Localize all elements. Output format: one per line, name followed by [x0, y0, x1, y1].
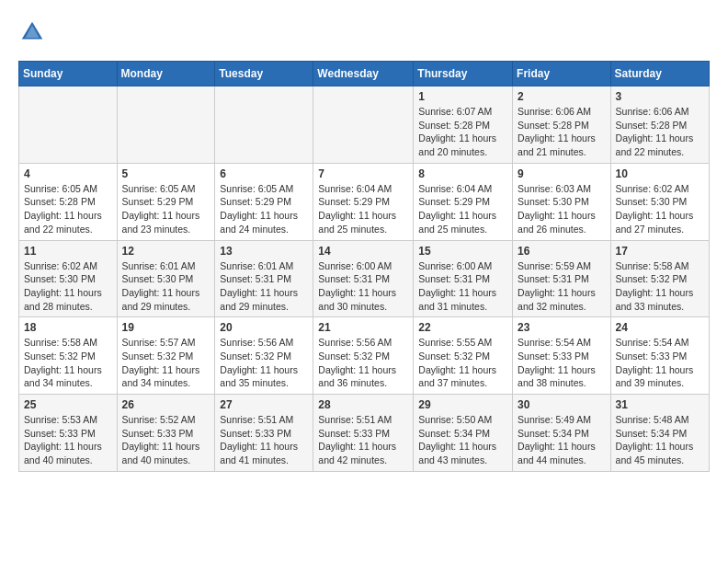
day-number: 23	[518, 321, 606, 334]
day-number: 14	[318, 245, 408, 258]
col-header-monday: Monday	[117, 62, 215, 86]
week-row-2: 4Sunrise: 6:05 AM Sunset: 5:28 PM Daylig…	[19, 163, 710, 240]
day-number: 19	[122, 321, 210, 334]
calendar-cell: 10Sunrise: 6:02 AM Sunset: 5:30 PM Dayli…	[610, 163, 709, 240]
day-info: Sunrise: 6:06 AM Sunset: 5:28 PM Dayligh…	[616, 105, 704, 159]
day-number: 21	[318, 321, 408, 334]
day-number: 7	[318, 167, 408, 180]
day-info: Sunrise: 6:03 AM Sunset: 5:30 PM Dayligh…	[518, 182, 606, 236]
day-info: Sunrise: 6:02 AM Sunset: 5:30 PM Dayligh…	[616, 182, 704, 236]
calendar-cell: 19Sunrise: 5:57 AM Sunset: 5:32 PM Dayli…	[117, 317, 215, 395]
col-header-friday: Friday	[513, 62, 611, 86]
day-number: 25	[24, 398, 112, 411]
day-info: Sunrise: 5:54 AM Sunset: 5:33 PM Dayligh…	[616, 336, 704, 390]
calendar-cell: 25Sunrise: 5:53 AM Sunset: 5:33 PM Dayli…	[19, 395, 118, 472]
day-info: Sunrise: 5:49 AM Sunset: 5:34 PM Dayligh…	[518, 413, 606, 467]
day-number: 18	[24, 321, 112, 334]
calendar-cell: 9Sunrise: 6:03 AM Sunset: 5:30 PM Daylig…	[513, 163, 611, 240]
day-info: Sunrise: 6:00 AM Sunset: 5:31 PM Dayligh…	[318, 259, 408, 314]
day-number: 5	[122, 167, 210, 180]
day-number: 6	[220, 167, 308, 180]
calendar-cell: 13Sunrise: 6:01 AM Sunset: 5:31 PM Dayli…	[215, 240, 313, 317]
calendar-cell: 4Sunrise: 6:05 AM Sunset: 5:28 PM Daylig…	[19, 163, 118, 240]
week-row-3: 11Sunrise: 6:02 AM Sunset: 5:30 PM Dayli…	[19, 240, 710, 317]
day-number: 29	[418, 398, 507, 411]
calendar-cell	[215, 86, 313, 164]
day-number: 3	[616, 90, 704, 103]
day-info: Sunrise: 5:58 AM Sunset: 5:32 PM Dayligh…	[616, 259, 704, 314]
calendar-cell: 15Sunrise: 6:00 AM Sunset: 5:31 PM Dayli…	[414, 240, 513, 317]
day-info: Sunrise: 5:56 AM Sunset: 5:32 PM Dayligh…	[220, 336, 308, 390]
calendar-cell	[313, 86, 414, 164]
day-number: 2	[518, 90, 606, 103]
calendar-cell: 8Sunrise: 6:04 AM Sunset: 5:29 PM Daylig…	[414, 163, 513, 240]
day-number: 16	[518, 245, 606, 258]
day-info: Sunrise: 5:51 AM Sunset: 5:33 PM Dayligh…	[318, 413, 408, 467]
day-info: Sunrise: 5:56 AM Sunset: 5:32 PM Dayligh…	[318, 336, 408, 390]
calendar-cell: 18Sunrise: 5:58 AM Sunset: 5:32 PM Dayli…	[19, 317, 118, 395]
calendar-cell: 21Sunrise: 5:56 AM Sunset: 5:32 PM Dayli…	[313, 317, 414, 395]
day-info: Sunrise: 5:55 AM Sunset: 5:32 PM Dayligh…	[418, 336, 507, 390]
col-header-sunday: Sunday	[19, 62, 118, 86]
calendar-cell: 24Sunrise: 5:54 AM Sunset: 5:33 PM Dayli…	[610, 317, 709, 395]
calendar-cell: 30Sunrise: 5:49 AM Sunset: 5:34 PM Dayli…	[513, 395, 611, 472]
day-number: 28	[318, 398, 408, 411]
day-number: 8	[418, 167, 507, 180]
calendar-cell	[117, 86, 215, 164]
day-number: 30	[518, 398, 606, 411]
day-number: 12	[122, 245, 210, 258]
week-row-4: 18Sunrise: 5:58 AM Sunset: 5:32 PM Dayli…	[19, 317, 710, 395]
day-info: Sunrise: 5:59 AM Sunset: 5:31 PM Dayligh…	[518, 259, 606, 314]
calendar-cell: 14Sunrise: 6:00 AM Sunset: 5:31 PM Dayli…	[313, 240, 414, 317]
calendar-cell: 5Sunrise: 6:05 AM Sunset: 5:29 PM Daylig…	[117, 163, 215, 240]
day-info: Sunrise: 6:05 AM Sunset: 5:28 PM Dayligh…	[24, 182, 112, 236]
calendar-cell: 11Sunrise: 6:02 AM Sunset: 5:30 PM Dayli…	[19, 240, 118, 317]
col-header-tuesday: Tuesday	[215, 62, 313, 86]
day-number: 31	[616, 398, 704, 411]
calendar-cell: 29Sunrise: 5:50 AM Sunset: 5:34 PM Dayli…	[414, 395, 513, 472]
day-number: 1	[418, 90, 507, 103]
day-info: Sunrise: 5:53 AM Sunset: 5:33 PM Dayligh…	[24, 413, 112, 467]
day-info: Sunrise: 5:50 AM Sunset: 5:34 PM Dayligh…	[418, 413, 507, 467]
calendar-cell	[19, 86, 118, 164]
calendar-cell: 17Sunrise: 5:58 AM Sunset: 5:32 PM Dayli…	[610, 240, 709, 317]
day-info: Sunrise: 6:01 AM Sunset: 5:31 PM Dayligh…	[220, 259, 308, 314]
day-number: 11	[24, 245, 112, 258]
logo	[18, 18, 50, 46]
day-info: Sunrise: 6:04 AM Sunset: 5:29 PM Dayligh…	[418, 182, 507, 236]
day-number: 24	[616, 321, 704, 334]
calendar-header-row: SundayMondayTuesdayWednesdayThursdayFrid…	[19, 62, 710, 86]
col-header-saturday: Saturday	[610, 62, 709, 86]
day-number: 15	[418, 245, 507, 258]
calendar-cell: 2Sunrise: 6:06 AM Sunset: 5:28 PM Daylig…	[513, 86, 611, 164]
calendar-cell: 22Sunrise: 5:55 AM Sunset: 5:32 PM Dayli…	[414, 317, 513, 395]
calendar-cell: 23Sunrise: 5:54 AM Sunset: 5:33 PM Dayli…	[513, 317, 611, 395]
day-number: 17	[616, 245, 704, 258]
calendar-cell: 26Sunrise: 5:52 AM Sunset: 5:33 PM Dayli…	[117, 395, 215, 472]
day-info: Sunrise: 5:52 AM Sunset: 5:33 PM Dayligh…	[122, 413, 210, 467]
col-header-wednesday: Wednesday	[313, 62, 414, 86]
day-info: Sunrise: 6:02 AM Sunset: 5:30 PM Dayligh…	[24, 259, 112, 314]
calendar-cell: 12Sunrise: 6:01 AM Sunset: 5:30 PM Dayli…	[117, 240, 215, 317]
day-number: 10	[616, 167, 704, 180]
calendar-cell: 28Sunrise: 5:51 AM Sunset: 5:33 PM Dayli…	[313, 395, 414, 472]
day-info: Sunrise: 5:51 AM Sunset: 5:33 PM Dayligh…	[220, 413, 308, 467]
day-info: Sunrise: 6:01 AM Sunset: 5:30 PM Dayligh…	[122, 259, 210, 314]
calendar-cell: 16Sunrise: 5:59 AM Sunset: 5:31 PM Dayli…	[513, 240, 611, 317]
day-number: 13	[220, 245, 308, 258]
calendar-cell: 3Sunrise: 6:06 AM Sunset: 5:28 PM Daylig…	[610, 86, 709, 164]
day-number: 22	[418, 321, 507, 334]
day-info: Sunrise: 5:58 AM Sunset: 5:32 PM Dayligh…	[24, 336, 112, 390]
day-info: Sunrise: 6:06 AM Sunset: 5:28 PM Dayligh…	[518, 105, 606, 159]
logo-icon	[18, 18, 46, 46]
calendar-cell: 31Sunrise: 5:48 AM Sunset: 5:34 PM Dayli…	[610, 395, 709, 472]
day-number: 26	[122, 398, 210, 411]
calendar-cell: 27Sunrise: 5:51 AM Sunset: 5:33 PM Dayli…	[215, 395, 313, 472]
week-row-1: 1Sunrise: 6:07 AM Sunset: 5:28 PM Daylig…	[19, 86, 710, 164]
calendar-cell: 6Sunrise: 6:05 AM Sunset: 5:29 PM Daylig…	[215, 163, 313, 240]
calendar-cell: 20Sunrise: 5:56 AM Sunset: 5:32 PM Dayli…	[215, 317, 313, 395]
calendar-table: SundayMondayTuesdayWednesdayThursdayFrid…	[18, 61, 710, 472]
day-number: 27	[220, 398, 308, 411]
calendar-cell: 7Sunrise: 6:04 AM Sunset: 5:29 PM Daylig…	[313, 163, 414, 240]
day-info: Sunrise: 5:54 AM Sunset: 5:33 PM Dayligh…	[518, 336, 606, 390]
